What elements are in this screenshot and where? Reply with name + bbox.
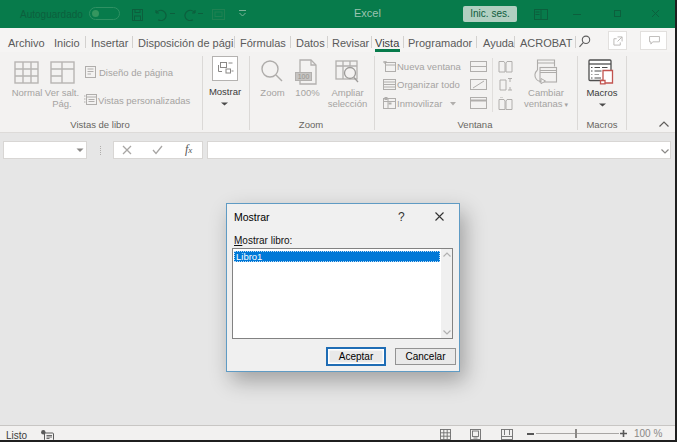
svg-text:100: 100 [298, 73, 310, 80]
